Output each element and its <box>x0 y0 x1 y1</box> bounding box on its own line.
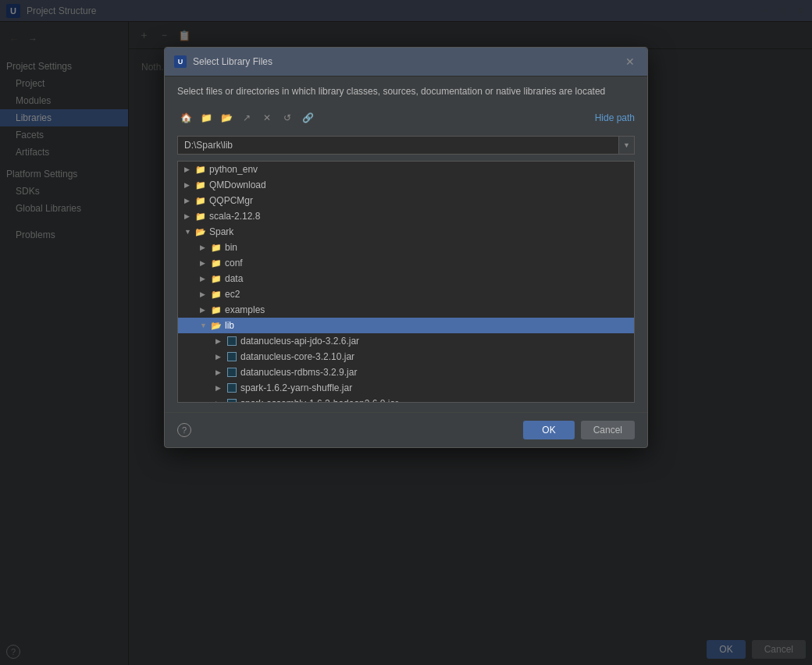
path-dropdown-button[interactable]: ▼ <box>619 136 635 155</box>
tree-item-label: conf <box>225 258 243 268</box>
file-tree[interactable]: ▶ 📁 python_env ▶ 📁 QMDownload ▶ 📁 QQPCMg… <box>177 161 635 403</box>
dialog-ok-button[interactable]: OK <box>523 421 574 439</box>
path-bar: ▼ <box>177 136 635 155</box>
folder-up-button[interactable]: 📂 <box>218 109 235 126</box>
tree-item-qqpcmgr[interactable]: ▶ 📁 QQPCMgr <box>178 193 634 208</box>
tree-item-label: QQPCMgr <box>209 195 253 206</box>
tree-item-spark[interactable]: ▼ 📂 Spark <box>178 224 634 240</box>
refresh-button[interactable]: ↺ <box>279 109 296 126</box>
dialog-titlebar: U Select Library Files ✕ <box>165 48 647 76</box>
chevron-icon: ▶ <box>184 212 195 220</box>
hide-path-button[interactable]: Hide path <box>595 112 635 123</box>
folder-icon: 📁 <box>195 212 206 222</box>
chevron-icon: ▶ <box>200 244 211 251</box>
tree-item-label: ec2 <box>225 289 240 300</box>
tree-item-qmdownload[interactable]: ▶ 📁 QMDownload <box>178 177 634 193</box>
folder-icon: 📁 <box>195 180 206 190</box>
chevron-icon: ▶ <box>215 368 226 376</box>
tree-item-label: lib <box>225 320 234 331</box>
path-input[interactable] <box>177 136 619 155</box>
jar-icon <box>226 351 237 362</box>
tree-item-label: data <box>225 273 243 284</box>
move-button[interactable]: ↗ <box>238 109 255 126</box>
tree-item-spark-assembly[interactable]: ▶ spark-assembly-1.6.2-hadoop2.6.0.jar <box>178 396 634 403</box>
folder-icon: 📁 <box>211 290 222 300</box>
dialog-title-text: Select Library Files <box>193 56 272 67</box>
tree-item-label: Spark <box>209 226 233 237</box>
dialog-logo: U <box>174 55 187 68</box>
folder-icon: 📁 <box>195 196 206 206</box>
chevron-icon: ▶ <box>215 384 226 392</box>
tree-item-datanucleus-rdbms[interactable]: ▶ datanucleus-rdbms-3.2.9.jar <box>178 365 634 380</box>
folder-icon: 📁 <box>211 305 222 315</box>
tree-item-label: datanucleus-api-jdo-3.2.6.jar <box>240 336 359 347</box>
tree-item-data[interactable]: ▶ 📁 data <box>178 271 634 286</box>
file-toolbar: 🏠 📁 📂 ↗ ✕ ↺ 🔗 Hide path <box>177 106 635 130</box>
folder-icon: 📁 <box>211 274 222 284</box>
chevron-icon: ▶ <box>184 197 195 204</box>
tree-item-python-env[interactable]: ▶ 📁 python_env <box>178 162 634 177</box>
chevron-icon: ▶ <box>184 181 195 189</box>
go-home-button[interactable]: 🏠 <box>177 109 194 126</box>
tree-item-label: spark-1.6.2-yarn-shuffle.jar <box>240 382 352 393</box>
chevron-icon: ▶ <box>200 290 211 298</box>
modal-overlay: U Select Library Files ✕ Select files or… <box>0 0 812 665</box>
tree-item-label: datanucleus-core-3.2.10.jar <box>240 351 354 362</box>
file-toolbar-left: 🏠 📁 📂 ↗ ✕ ↺ 🔗 <box>177 109 316 126</box>
chevron-icon: ▼ <box>200 322 211 329</box>
dialog-help-button[interactable]: ? <box>177 423 191 437</box>
chevron-icon: ▼ <box>184 228 195 236</box>
dialog-close-button[interactable]: ✕ <box>622 54 638 69</box>
tree-item-label: scala-2.12.8 <box>209 211 260 222</box>
jar-icon <box>226 336 237 347</box>
folder-icon: 📁 <box>211 258 222 268</box>
tree-item-label: QMDownload <box>209 180 266 190</box>
tree-item-label: bin <box>225 242 237 253</box>
tree-item-examples[interactable]: ▶ 📁 examples <box>178 302 634 318</box>
link-button[interactable]: 🔗 <box>299 109 316 126</box>
tree-item-datanucleus-core[interactable]: ▶ datanucleus-core-3.2.10.jar <box>178 349 634 365</box>
jar-icon <box>226 382 237 393</box>
chevron-icon: ▶ <box>200 306 211 314</box>
tree-item-scala[interactable]: ▶ 📁 scala-2.12.8 <box>178 208 634 224</box>
chevron-icon: ▶ <box>200 275 211 283</box>
tree-item-label: spark-assembly-1.6.2-hadoop2.6.0.jar <box>240 398 398 403</box>
tree-item-lib[interactable]: ▼ 📂 lib <box>178 318 634 333</box>
jar-icon <box>226 398 237 403</box>
jar-icon <box>226 367 237 378</box>
tree-item-spark-yarn[interactable]: ▶ spark-1.6.2-yarn-shuffle.jar <box>178 380 634 396</box>
tree-item-ec2[interactable]: ▶ 📁 ec2 <box>178 286 634 302</box>
chevron-icon: ▶ <box>200 259 211 267</box>
chevron-icon: ▶ <box>215 337 226 345</box>
dialog-title-content: U Select Library Files <box>174 55 272 68</box>
folder-icon: 📂 <box>195 227 206 237</box>
tree-item-conf[interactable]: ▶ 📁 conf <box>178 255 634 271</box>
folder-icon: 📂 <box>211 321 222 331</box>
tree-item-label: examples <box>225 304 265 315</box>
create-folder-button[interactable]: 📁 <box>198 109 215 126</box>
tree-item-datanucleus-api[interactable]: ▶ datanucleus-api-jdo-3.2.6.jar <box>178 333 634 349</box>
folder-icon: 📁 <box>211 243 222 253</box>
tree-item-label: python_env <box>209 164 258 175</box>
dialog-cancel-button[interactable]: Cancel <box>581 421 635 439</box>
dialog-body: Select files or directories in which lib… <box>165 76 647 412</box>
chevron-icon: ▶ <box>215 400 226 403</box>
dialog-footer-buttons: OK Cancel <box>523 421 635 439</box>
dialog-footer: ? OK Cancel <box>165 412 647 447</box>
dialog-description: Select files or directories in which lib… <box>177 86 635 97</box>
select-library-dialog: U Select Library Files ✕ Select files or… <box>164 47 648 448</box>
chevron-icon: ▶ <box>215 353 226 361</box>
chevron-icon: ▶ <box>184 165 195 173</box>
delete-button[interactable]: ✕ <box>258 109 276 126</box>
folder-icon: 📁 <box>195 165 206 175</box>
tree-item-label: datanucleus-rdbms-3.2.9.jar <box>240 367 357 378</box>
tree-item-bin[interactable]: ▶ 📁 bin <box>178 240 634 255</box>
